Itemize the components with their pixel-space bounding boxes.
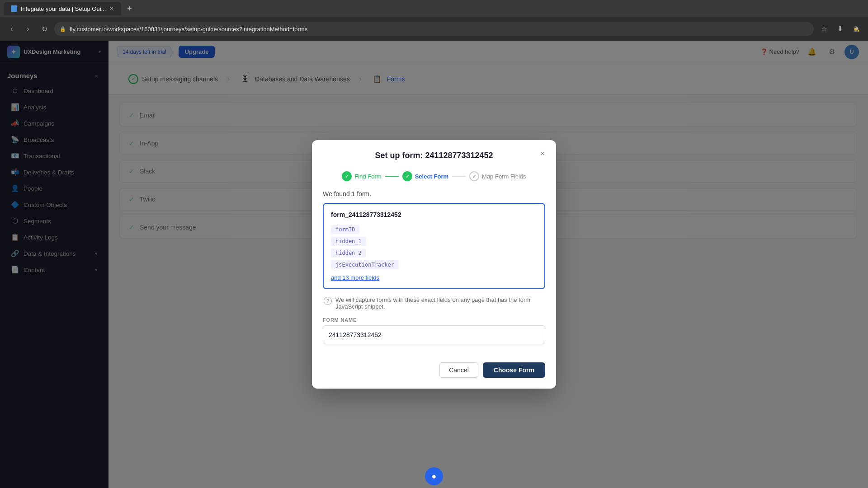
modal-header: Set up form: 241128773312452 × xyxy=(312,140,556,168)
modal-stepper: ✓ Find Form ✓ Select Form ✓ Map Form Fie… xyxy=(312,168,556,190)
stepper-line-1 xyxy=(385,176,399,177)
stepper-step-select-form[interactable]: ✓ Select Form xyxy=(402,171,448,181)
hint-text: We will capture forms with these exact f… xyxy=(335,296,544,310)
browser-nav: ‹ › ↻ 🔒 fly.customer.io/workspaces/16083… xyxy=(0,17,868,41)
address-bar[interactable]: 🔒 fly.customer.io/workspaces/160831/jour… xyxy=(54,22,814,36)
back-button[interactable]: ‹ xyxy=(5,23,18,35)
incognito-button[interactable]: 🕵 xyxy=(850,23,863,35)
browser-titlebar: Integrate your data | Setup Gui... ✕ + xyxy=(0,0,868,17)
form-name-field-group: FORM NAME xyxy=(323,317,545,344)
field-tag-formid: formID xyxy=(331,225,359,234)
stepper-label-select: Select Form xyxy=(415,173,448,180)
modal-body: We found 1 form. form_241128773312452 fo… xyxy=(312,190,556,355)
stepper-step-find-form[interactable]: ✓ Find Form xyxy=(342,171,381,181)
lock-icon: 🔒 xyxy=(60,26,66,32)
modal-title: Set up form: 241128773312452 xyxy=(323,151,545,160)
tab-close-icon[interactable]: ✕ xyxy=(109,5,114,12)
field-tag-jstracker: jsExecutionTracker xyxy=(331,260,399,269)
modal-footer: Cancel Choose Form xyxy=(312,355,556,389)
hint-row: ? We will capture forms with these exact… xyxy=(323,296,545,310)
new-tab-button[interactable]: + xyxy=(123,2,136,15)
scroll-indicator[interactable]: ● xyxy=(425,467,443,485)
scroll-dot-icon: ● xyxy=(432,472,437,481)
form-fields-list: formID hidden_1 hidden_2 jsExecutionTrac… xyxy=(331,224,537,271)
stepper-label-map: Map Form Fields xyxy=(482,173,526,180)
stepper-label-find: Find Form xyxy=(354,173,381,180)
stepper-step-map-fields[interactable]: ✓ Map Form Fields xyxy=(469,171,526,181)
form-name: form_241128773312452 xyxy=(331,211,537,218)
browser-tab-active[interactable]: Integrate your data | Setup Gui... ✕ xyxy=(4,2,121,15)
cancel-button[interactable]: Cancel xyxy=(439,362,478,378)
choose-form-button[interactable]: Choose Form xyxy=(483,362,545,378)
reload-button[interactable]: ↻ xyxy=(38,23,51,35)
browser-chrome: Integrate your data | Setup Gui... ✕ + ‹… xyxy=(0,0,868,41)
stepper-line-2 xyxy=(452,176,466,177)
bookmark-button[interactable]: ☆ xyxy=(817,23,830,35)
modal: Set up form: 241128773312452 × ✓ Find Fo… xyxy=(312,140,556,389)
field-tag-hidden2: hidden_2 xyxy=(331,249,366,258)
forward-button[interactable]: › xyxy=(22,23,34,35)
modal-overlay: Set up form: 241128773312452 × ✓ Find Fo… xyxy=(0,41,868,488)
hint-icon: ? xyxy=(324,297,332,305)
tab-title: Integrate your data | Setup Gui... xyxy=(21,5,106,12)
found-text: We found 1 form. xyxy=(323,190,545,197)
download-button[interactable]: ⬇ xyxy=(834,23,846,35)
tab-favicon xyxy=(11,5,17,12)
url-text: fly.customer.io/workspaces/160831/journe… xyxy=(70,26,307,33)
stepper-circle-map: ✓ xyxy=(469,171,479,181)
form-name-label: FORM NAME xyxy=(323,317,545,323)
modal-close-button[interactable]: × xyxy=(536,147,549,160)
stepper-circle-select: ✓ xyxy=(402,171,412,181)
form-name-input[interactable] xyxy=(323,325,545,344)
field-tag-hidden1: hidden_1 xyxy=(331,237,366,246)
more-fields-link[interactable]: and 13 more fields xyxy=(331,274,537,281)
form-card[interactable]: form_241128773312452 formID hidden_1 hid… xyxy=(323,203,545,289)
stepper-circle-find: ✓ xyxy=(342,171,352,181)
